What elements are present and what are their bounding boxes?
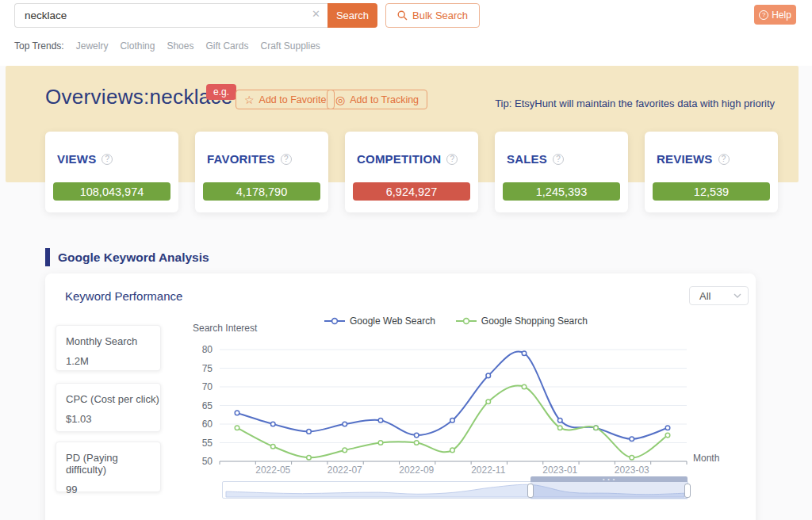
clear-search-icon[interactable]: ✕ <box>312 9 320 19</box>
brush-handle-right[interactable] <box>684 484 691 498</box>
section-header: Google Keyword Analysis <box>45 248 209 266</box>
stat-card-favorites: FAVORITES ? 4,178,790 <box>195 132 328 212</box>
metric-label: Monthly Search <box>66 335 160 347</box>
top-bar: ✕ Search Bulk Search ? Help Top Trends: … <box>0 0 812 66</box>
stat-card-reviews: REVIEWS ? 12,539 <box>645 132 778 212</box>
svg-text:2022-11: 2022-11 <box>471 465 505 476</box>
svg-text:75: 75 <box>202 363 213 374</box>
example-badge: e.g. <box>206 84 236 100</box>
help-button[interactable]: ? Help <box>754 5 796 25</box>
legend-line-icon <box>456 317 477 325</box>
stat-value-badge: 4,178,790 <box>203 182 320 201</box>
section-title: Google Keyword Analysis <box>58 250 209 265</box>
question-icon[interactable]: ? <box>718 154 730 165</box>
question-icon[interactable]: ? <box>102 154 113 165</box>
trend-link-shoes[interactable]: Shoes <box>167 40 193 52</box>
trend-link-clothing[interactable]: Clothing <box>120 40 155 52</box>
legend-label: Google Shopping Search <box>481 315 588 327</box>
target-icon: ◎ <box>335 94 345 105</box>
svg-text:2022-07: 2022-07 <box>327 465 362 476</box>
add-to-favorite-button[interactable]: ☆ Add to Favorite <box>236 90 335 109</box>
metric-label: CPC (Cost per click) <box>66 393 160 405</box>
help-question-icon: ? <box>759 10 768 20</box>
help-label: Help <box>772 10 791 21</box>
section-accent-bar <box>45 248 50 266</box>
metric-value: 99 <box>66 484 160 495</box>
metric-value: $1.03 <box>66 413 160 425</box>
stat-value-badge: 1,245,393 <box>503 182 620 201</box>
legend-item-google-shopping-search[interactable]: Google Shopping Search <box>456 315 588 327</box>
add-to-favorite-label: Add to Favorite <box>259 94 327 105</box>
page-title: Overviews:necklace <box>45 85 233 109</box>
stat-label: VIEWS <box>57 152 96 166</box>
legend-item-google-web-search[interactable]: Google Web Search <box>324 315 435 327</box>
brush-handle-left[interactable] <box>527 484 534 498</box>
svg-text:55: 55 <box>202 438 213 449</box>
trend-link-jewelry[interactable]: Jewelry <box>76 40 109 52</box>
tip-text: Tip: EtsyHunt will maintain the favorite… <box>495 98 775 109</box>
stat-card-competition: COMPETITION ? 6,924,927 <box>345 132 478 212</box>
legend-line-icon <box>324 317 345 325</box>
add-to-tracking-button[interactable]: ◎ Add to Tracking <box>327 90 427 109</box>
trend-link-craft-supplies[interactable]: Craft Supplies <box>260 40 320 52</box>
top-trends: Top Trends: Jewelry Clothing Shoes Gift … <box>14 40 320 52</box>
line-chart: 505560657075802022-052022-072022-092022-… <box>182 333 730 480</box>
bulk-search-label: Bulk Search <box>412 10 468 21</box>
stat-label: REVIEWS <box>657 152 713 166</box>
drag-dots-icon: • • • <box>603 476 615 482</box>
top-trends-label: Top Trends: <box>14 40 64 52</box>
stat-label: COMPETITION <box>357 152 441 166</box>
stat-label: FAVORITES <box>207 152 275 166</box>
stat-card-sales: SALES ? 1,245,393 <box>495 132 628 212</box>
metric-value: 1.2M <box>66 355 160 367</box>
filter-select-value: All <box>699 290 710 302</box>
svg-text:50: 50 <box>202 456 213 467</box>
chevron-down-icon <box>733 293 741 298</box>
metric-cpc: CPC (Cost per click) $1.03 <box>56 383 161 432</box>
question-icon[interactable]: ? <box>553 154 564 165</box>
svg-text:70: 70 <box>202 381 213 392</box>
add-to-tracking-label: Add to Tracking <box>350 94 419 105</box>
metric-pd: PD (Paying difficulty) 99 <box>56 442 161 492</box>
stat-value-badge: 108,043,974 <box>53 182 170 201</box>
metric-monthly-search: Monthly Search 1.2M <box>56 325 161 371</box>
svg-text:2022-05: 2022-05 <box>255 465 290 476</box>
search-input[interactable] <box>14 3 327 28</box>
magnifier-icon <box>397 10 408 21</box>
legend-label: Google Web Search <box>350 315 435 327</box>
stat-label: SALES <box>507 152 547 166</box>
stat-value-badge: 12,539 <box>653 182 770 201</box>
brush-selection-window[interactable]: • • • <box>530 482 688 499</box>
y-axis-title: Search Interest <box>193 323 257 334</box>
svg-text:80: 80 <box>202 344 213 355</box>
search-button[interactable]: Search <box>327 3 377 28</box>
svg-text:60: 60 <box>202 419 213 430</box>
stat-card-views: VIEWS ? 108,043,974 <box>45 132 178 212</box>
stat-value-badge: 6,924,927 <box>353 182 470 201</box>
chart-zoom-brush[interactable]: • • • <box>222 481 688 499</box>
page: ✕ Search Bulk Search ? Help Top Trends: … <box>0 0 812 520</box>
star-icon: ☆ <box>244 94 255 105</box>
question-icon[interactable]: ? <box>446 154 458 165</box>
svg-text:2023-03: 2023-03 <box>615 465 649 476</box>
bulk-search-button[interactable]: Bulk Search <box>385 3 480 28</box>
stats-row: VIEWS ? 108,043,974 FAVORITES ? 4,178,79… <box>45 132 779 212</box>
svg-text:2022-09: 2022-09 <box>399 465 434 476</box>
keyword-performance-card: Keyword Performance All Monthly Search 1… <box>45 273 756 520</box>
brush-drag-strip[interactable]: • • • <box>530 476 688 482</box>
svg-text:2023-01: 2023-01 <box>542 465 577 476</box>
metric-label: PD (Paying difficulty) <box>66 452 160 476</box>
card-title: Keyword Performance <box>65 289 182 303</box>
chart-legend: Google Web Search Google Shopping Search <box>182 315 730 327</box>
question-icon[interactable]: ? <box>281 154 292 165</box>
filter-select[interactable]: All <box>689 286 749 305</box>
trend-link-gift-cards[interactable]: Gift Cards <box>205 40 248 52</box>
svg-text:65: 65 <box>202 400 213 411</box>
